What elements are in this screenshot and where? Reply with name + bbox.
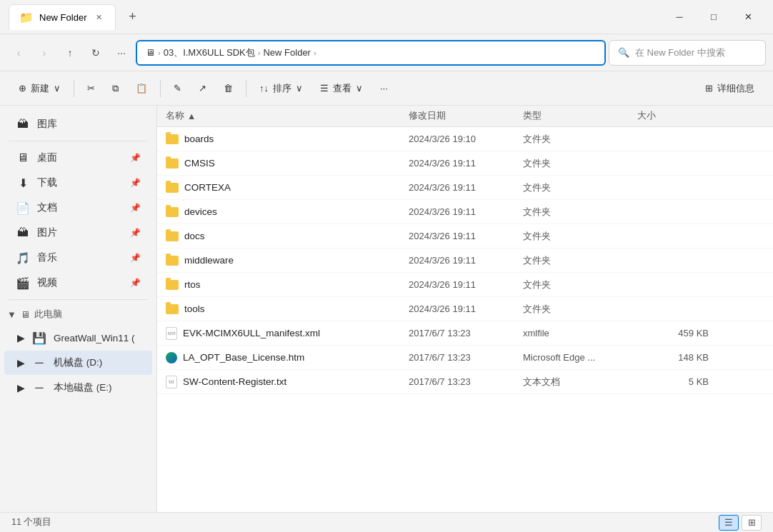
table-row[interactable]: docs 2024/3/26 19:11 文件夹 [157,224,773,249]
file-type-cell: 文件夹 [523,206,637,219]
file-name-label: SW-Content-Register.txt [183,376,286,387]
path-segment-folder[interactable]: New Folder [263,47,310,58]
view-details-button[interactable]: ☰ [719,515,739,531]
new-tab-button[interactable]: + [121,6,143,28]
table-row[interactable]: tools 2024/3/26 19:11 文件夹 [157,297,773,321]
minimize-button[interactable]: ─ [663,6,696,29]
path-chevron-2: › [258,49,261,57]
file-name-cell: CORTEXA [166,182,409,193]
current-tab[interactable]: 📁 New Folder ✕ [9,4,116,30]
share-button[interactable]: ↗ [191,76,214,101]
sidebar-drive-d[interactable]: ▶ ─ 机械盘 (D:) [4,351,152,375]
table-row[interactable]: devices 2024/3/26 19:11 文件夹 [157,200,773,224]
path-icon: 🖥 [146,47,155,58]
path-chevron-3: › [314,49,316,57]
close-button[interactable]: ✕ [732,6,764,29]
desktop-icon: 🖥 [16,151,30,164]
sidebar-this-pc-header[interactable]: ▼ 🖥 此电脑 [0,304,156,324]
table-row[interactable]: boards 2024/3/26 19:10 文件夹 [157,127,773,151]
view-grid-icon: ⊞ [748,517,756,528]
sidebar-item-desktop[interactable]: 🖥 桌面 📌 [4,146,152,170]
cut-button[interactable]: ✂ [80,76,102,101]
view-label: 查看 [333,82,351,95]
file-date-cell: 2024/3/26 19:11 [409,279,523,290]
delete-button[interactable]: 🗑 [216,76,240,101]
path-chevron-1: › [158,49,161,57]
sidebar-item-downloads[interactable]: ⬇ 下载 📌 [4,171,152,195]
view-button[interactable]: ☰ 查看 ∨ [313,76,370,101]
table-row[interactable]: middleware 2024/3/26 19:11 文件夹 [157,249,773,273]
tab-folder-icon: 📁 [19,11,34,24]
this-pc-label: 此电脑 [34,308,62,321]
nav-more-button[interactable]: ··· [110,41,133,64]
toolbar-divider-2 [160,80,161,97]
sidebar-item-music[interactable]: 🎵 音乐 📌 [4,246,152,270]
nav-refresh-button[interactable]: ↻ [84,41,107,64]
details-button[interactable]: ⊞ 详细信息 [698,76,762,101]
copy-button[interactable]: ⧉ [105,76,126,101]
table-row[interactable]: xml EVK-MCIMX6ULL_manifest.xml 2017/6/7 … [157,321,773,346]
sidebar-divider-2 [9,299,148,300]
edge-file-icon [166,352,177,363]
nav-forward-button[interactable]: › [33,41,56,64]
file-name-label: CORTEXA [184,182,231,193]
table-row[interactable]: txt SW-Content-Register.txt 2017/6/7 13:… [157,370,773,394]
file-name-cell: xml EVK-MCIMX6ULL_manifest.xml [166,327,409,340]
new-icon: ⊕ [19,83,26,94]
header-date[interactable]: 修改日期 [409,110,523,122]
sidebar-item-documents[interactable]: 📄 文档 📌 [4,196,152,220]
file-name-cell: docs [166,231,409,241]
table-row[interactable]: LA_OPT_Base_License.htm 2017/6/7 13:23 M… [157,346,773,370]
downloads-label: 下载 [37,176,57,189]
sidebar-divider-1 [9,141,148,141]
sidebar-drive-greatwall[interactable]: ▶ 💾 GreatWall_Win11 ( [4,326,152,350]
music-label: 音乐 [37,251,57,264]
sidebar: 🏔 图库 🖥 桌面 📌 ⬇ 下载 📌 📄 文档 📌 🏔 图片 📌 🎵 音乐 📌 [0,106,157,512]
downloads-pin: 📌 [130,178,141,188]
file-type-cell: 文本文档 [523,376,637,388]
search-box[interactable]: 🔍 在 New Folder 中搜索 [609,40,766,66]
table-row[interactable]: CORTEXA 2024/3/26 19:11 文件夹 [157,176,773,200]
path-segment-sdk[interactable]: 03、I.MX6ULL SDK包 [164,46,255,59]
view-grid-button[interactable]: ⊞ [742,515,762,531]
folder-icon [166,231,179,241]
header-size[interactable]: 大小 [637,110,709,122]
folder-icon [166,280,179,290]
file-name-label: LA_OPT_Base_License.htm [183,352,304,363]
sidebar-item-videos[interactable]: 🎬 视频 📌 [4,271,152,295]
file-name-cell: devices [166,206,409,217]
tab-close-button[interactable]: ✕ [92,11,105,24]
file-name-cell: rtos [166,279,409,290]
more-button[interactable]: ··· [373,76,395,101]
sort-icon: ↑↓ [259,83,269,94]
search-placeholder: 在 New Folder 中搜索 [635,46,725,59]
new-button[interactable]: ⊕ 新建 ∨ [11,76,68,101]
drive-d-icon: ─ [32,356,46,369]
address-path[interactable]: 🖥 › 03、I.MX6ULL SDK包 › New Folder › [136,40,606,66]
paste-button[interactable]: 📋 [129,76,154,101]
sidebar-item-pictures[interactable]: 🏔 图片 📌 [4,221,152,245]
sidebar-drive-e[interactable]: ▶ ─ 本地磁盘 (E:) [4,376,152,400]
header-name[interactable]: 名称 ▲ [166,110,409,122]
path-segment-root[interactable]: 🖥 [146,47,155,58]
header-type[interactable]: 类型 [523,110,637,122]
sort-button[interactable]: ↑↓ 排序 ∨ [252,76,310,101]
title-bar: 📁 New Folder ✕ + ─ □ ✕ [0,0,773,34]
more-icon: ··· [380,83,388,94]
nav-up-button[interactable]: ↑ [59,41,81,64]
folder-icon [166,134,179,144]
file-date-cell: 2024/3/26 19:11 [409,158,523,169]
share-icon: ↗ [199,83,206,94]
table-row[interactable]: rtos 2024/3/26 19:11 文件夹 [157,273,773,297]
sidebar-item-gallery[interactable]: 🏔 图库 [4,112,152,136]
folder-icon [166,207,179,217]
details-label: 详细信息 [717,82,754,95]
rename-button[interactable]: ✎ [166,76,189,101]
table-row[interactable]: CMSIS 2024/3/26 19:11 文件夹 [157,151,773,176]
documents-label: 文档 [37,201,57,214]
file-date-cell: 2024/3/26 19:10 [409,134,523,144]
details-icon: ⊞ [705,83,713,94]
file-name-label: docs [184,231,205,241]
maximize-button[interactable]: □ [697,6,730,29]
nav-back-button[interactable]: ‹ [7,41,30,64]
